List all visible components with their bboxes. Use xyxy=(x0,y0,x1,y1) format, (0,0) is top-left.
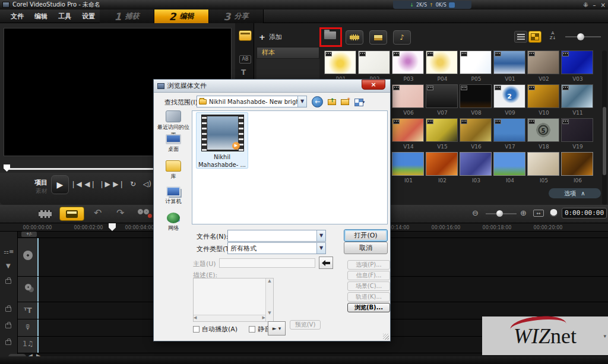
menu-edit[interactable]: 编辑 xyxy=(34,12,48,21)
voice-track-icon[interactable]: 🎙︎ xyxy=(23,323,33,331)
volume-icon[interactable]: ◁) xyxy=(141,180,153,188)
prev-frame-icon[interactable]: ◀❘ xyxy=(84,180,96,188)
media-thumb-P03[interactable]: P03 xyxy=(392,50,424,74)
playhead-marker[interactable] xyxy=(109,223,116,231)
lock-video-track-icon[interactable] xyxy=(5,279,11,284)
dialog-title-bar[interactable]: 浏览媒体文件 xyxy=(154,80,390,93)
zoom-out-icon[interactable]: ⊖ xyxy=(472,208,482,218)
media-thumb-V11[interactable]: V11 xyxy=(561,84,593,108)
media-thumb-I02[interactable]: I02 xyxy=(426,152,458,176)
open-button[interactable]: 打开(O) xyxy=(344,229,388,242)
media-thumb-V06[interactable]: V06 xyxy=(392,84,424,108)
redo-button[interactable]: ↷ xyxy=(116,207,124,219)
transition-library-icon[interactable]: AB xyxy=(239,55,251,64)
repeat-icon[interactable]: ↻ xyxy=(127,180,139,188)
media-thumb-V07[interactable]: V07 xyxy=(426,84,458,108)
timeline-view-button[interactable] xyxy=(59,207,84,221)
menu-tools[interactable]: 工具 xyxy=(58,12,71,21)
media-thumb-V15[interactable]: V15 xyxy=(426,118,458,142)
go-end-icon[interactable]: ▶❘ xyxy=(113,180,125,188)
next-frame-icon[interactable]: ❘▶ xyxy=(99,180,110,188)
library-scrollbar[interactable] xyxy=(602,50,607,205)
tab-share[interactable]: 3 分享 xyxy=(209,10,264,23)
media-thumb-V02[interactable]: V02 xyxy=(527,50,559,74)
fit-project-icon[interactable]: ↔ xyxy=(533,210,544,217)
title-library-icon[interactable]: T xyxy=(241,68,246,77)
timeline-zoom-slider[interactable] xyxy=(486,213,517,214)
media-thumb-I04[interactable]: I04 xyxy=(493,152,525,176)
lock-overlay-track-icon[interactable] xyxy=(5,307,11,312)
lock-voice-track-icon[interactable] xyxy=(5,324,11,328)
media-thumb-V17[interactable]: V17 xyxy=(493,118,525,142)
media-thumb-V03[interactable]: V03 xyxy=(561,50,593,74)
cancel-button[interactable]: 取消 xyxy=(344,242,388,254)
timeline-zoom-knob[interactable] xyxy=(496,210,503,217)
dialog-close-button[interactable]: × xyxy=(362,80,385,90)
media-thumb-P04[interactable]: P04 xyxy=(426,50,458,74)
title-track-icon[interactable]: ᵀT xyxy=(23,306,33,315)
slider-knob[interactable] xyxy=(577,33,584,40)
thumbnail-size-slider[interactable] xyxy=(565,36,601,37)
scrubber-handle[interactable] xyxy=(4,164,10,172)
duration-clock-icon[interactable] xyxy=(549,208,558,217)
resize-grip[interactable] xyxy=(383,334,389,340)
menu-settings[interactable]: 设置 xyxy=(82,12,95,21)
new-folder-button[interactable] xyxy=(339,97,351,107)
overlay-track-icon[interactable] xyxy=(23,284,33,290)
menu-file[interactable]: 文件 xyxy=(11,12,24,21)
network-speed-widget[interactable]: ↓ 2K/S ↑ 0K/S xyxy=(393,1,471,9)
tab-capture[interactable]: 1 捕获 xyxy=(100,10,154,23)
browse-button[interactable]: 浏览(B)... xyxy=(347,303,390,312)
media-thumb-V14[interactable]: V14 xyxy=(392,118,424,142)
storyboard-view-button[interactable] xyxy=(33,207,58,221)
move-window-icon[interactable]: ⁜ xyxy=(583,2,588,8)
media-thumb-V16[interactable]: V16 xyxy=(460,118,492,142)
media-thumb-V18[interactable]: 5V18 xyxy=(527,118,559,142)
play-button[interactable]: ▶ xyxy=(51,175,69,194)
minimize-button[interactable]: – xyxy=(593,2,596,8)
timecode-display[interactable]: 0:00:00:00 xyxy=(562,208,607,219)
filter-video-button[interactable] xyxy=(346,30,363,45)
media-thumb-P01[interactable]: P01 xyxy=(324,50,356,74)
views-button[interactable]: ▾ xyxy=(352,97,368,107)
media-thumb-V19[interactable]: V19 xyxy=(561,118,593,142)
filter-audio-button[interactable]: ♪ xyxy=(393,30,411,45)
filename-input[interactable]: ▼ xyxy=(227,230,326,242)
project-mode-label[interactable]: 项目 xyxy=(34,178,48,187)
go-start-icon[interactable]: ❘◀ xyxy=(70,180,82,188)
horizontal-scrollbar[interactable]: ◀▶ xyxy=(194,315,265,321)
media-thumb-I01[interactable]: I01 xyxy=(392,152,424,176)
media-thumb-V09[interactable]: 2V09 xyxy=(493,84,525,108)
file-list[interactable]: ▶ Nikhil Mahashabde- ... xyxy=(192,110,388,224)
media-thumb-I06[interactable]: I06 xyxy=(561,152,593,176)
list-view-button[interactable] xyxy=(514,31,527,43)
autoplay-checkbox[interactable]: 自动播放(A) xyxy=(193,325,238,334)
thumbnail-view-button[interactable] xyxy=(528,31,542,43)
back-button[interactable]: ← xyxy=(312,96,323,107)
media-library-icon[interactable] xyxy=(239,30,252,41)
music-track-icon[interactable]: 1♫ xyxy=(23,340,33,348)
file-item-selected[interactable]: ▶ Nikhil Mahashabde- ... xyxy=(196,112,248,169)
insert-arrow-button[interactable] xyxy=(319,257,333,269)
media-thumb-V01[interactable]: V01 xyxy=(493,50,525,74)
lock-music-track-icon[interactable] xyxy=(5,340,11,345)
place-network[interactable]: 网络 xyxy=(157,213,189,232)
track-add-remove-control[interactable]: +/- xyxy=(21,232,37,237)
gallery-item-sample[interactable]: 样本 xyxy=(256,47,319,59)
place-libraries[interactable]: 库 xyxy=(157,160,189,181)
media-thumb-P02[interactable]: P02 xyxy=(358,50,390,74)
look-in-dropdown[interactable]: Nikhil Mahashabde- New brightsparks ▼ xyxy=(197,96,307,107)
undo-button[interactable]: ↶ xyxy=(94,207,102,219)
up-one-level-button[interactable] xyxy=(326,97,338,107)
record-capture-icon[interactable] xyxy=(138,209,151,217)
place-computer[interactable]: 计算机 xyxy=(157,186,189,205)
add-gallery-button[interactable]: + 添加 xyxy=(259,33,282,42)
video-track-icon[interactable] xyxy=(23,251,33,260)
media-thumb-P05[interactable]: P05 xyxy=(460,50,492,74)
media-thumb-V08[interactable]: V08 xyxy=(460,84,492,108)
vertical-scrollbar[interactable]: ▲▼ xyxy=(265,278,273,321)
rail-chevron-down-icon[interactable]: ▼ xyxy=(6,262,11,269)
sort-button[interactable]: AZ↓ xyxy=(546,31,559,43)
filter-photo-button[interactable] xyxy=(369,30,387,45)
options-panel-toggle[interactable]: 选项 ∧ xyxy=(549,188,601,198)
